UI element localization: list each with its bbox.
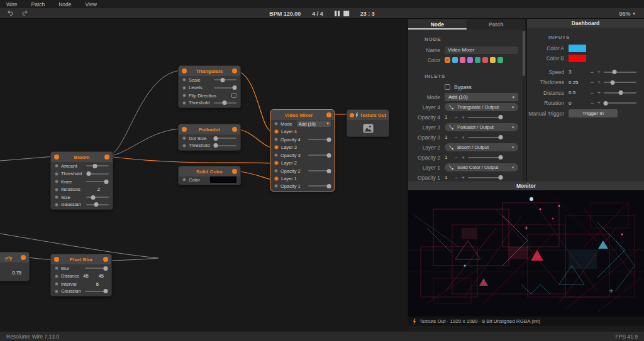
- node-header[interactable]: Texture Out: [347, 110, 389, 120]
- close-icon[interactable]: ×: [511, 145, 514, 150]
- palette-swatch-red[interactable]: [482, 57, 488, 63]
- param-pin[interactable]: [55, 203, 58, 207]
- param-slider[interactable]: [85, 291, 108, 292]
- outlet-port[interactable]: [103, 257, 108, 262]
- opacity-slider[interactable]: [468, 117, 503, 118]
- palette-swatch-pink[interactable]: [460, 57, 465, 63]
- node-video-mixer[interactable]: Video Mixer Mode Add (10) ▾ Layer 4 Opac…: [270, 109, 335, 192]
- node-header[interactable]: Triangulate: [179, 66, 240, 76]
- inlet-port[interactable]: [54, 154, 59, 160]
- decrement-button[interactable]: −: [589, 79, 596, 85]
- param-pin[interactable]: [182, 136, 186, 140]
- speed-slider[interactable]: [604, 72, 636, 73]
- outlet-port[interactable]: [326, 112, 331, 117]
- color-swatch[interactable]: [210, 176, 236, 183]
- param-pin[interactable]: [55, 172, 58, 176]
- decrement-button[interactable]: −: [453, 175, 460, 181]
- param-pin[interactable]: [274, 169, 278, 173]
- thickness-value[interactable]: 0.25: [569, 80, 589, 85]
- close-icon[interactable]: ×: [511, 105, 514, 110]
- increment-button[interactable]: +: [460, 154, 467, 161]
- connection-chip[interactable]: Bloom / Output ×: [445, 143, 518, 151]
- inlet-port[interactable]: [182, 68, 187, 73]
- connection-chip[interactable]: Polkadot / Output ×: [445, 123, 518, 131]
- decrement-button[interactable]: −: [453, 134, 460, 141]
- distance-slider[interactable]: [604, 92, 636, 94]
- opacity-value[interactable]: 1: [445, 134, 453, 140]
- trigger-in-button[interactable]: Trigger In: [569, 109, 618, 117]
- opacity-value[interactable]: 1: [445, 114, 453, 120]
- palette-swatch-teal[interactable]: [475, 57, 480, 63]
- node-texture-out[interactable]: Texture Out: [347, 109, 389, 137]
- opacity-value[interactable]: 1: [445, 154, 453, 160]
- speed-value[interactable]: 3: [569, 69, 589, 75]
- param-pin[interactable]: [55, 195, 58, 199]
- bpm-display[interactable]: BPM 120.00: [269, 11, 301, 17]
- decrement-button[interactable]: −: [589, 100, 596, 106]
- tab-node[interactable]: Node: [408, 19, 467, 30]
- increment-button[interactable]: +: [596, 90, 602, 96]
- param-slider[interactable]: [214, 145, 236, 146]
- opacity-value[interactable]: 1: [445, 175, 453, 180]
- node-polkadot[interactable]: Polkadot Dot Size Threshold: [178, 124, 241, 151]
- rotation-value[interactable]: 0: [569, 100, 589, 106]
- param-slider[interactable]: [308, 154, 331, 156]
- param-value[interactable]: 6: [96, 281, 99, 287]
- connection-chip[interactable]: Solid Color / Output ×: [445, 163, 518, 171]
- node-header[interactable]: Polkadot: [179, 124, 240, 134]
- time-signature[interactable]: 4 / 4: [312, 11, 323, 17]
- color-b-swatch[interactable]: [569, 55, 586, 62]
- tab-patch[interactable]: Patch: [467, 19, 526, 30]
- param-pin[interactable]: [55, 188, 58, 192]
- param-slider[interactable]: [86, 173, 109, 175]
- outlet-port[interactable]: [232, 127, 237, 132]
- menu-patch[interactable]: Patch: [31, 1, 45, 8]
- node-header[interactable]: Pixel Blur: [51, 254, 111, 264]
- decrement-button[interactable]: −: [589, 69, 596, 75]
- param-pin[interactable]: [55, 266, 58, 270]
- param-slider[interactable]: [308, 170, 331, 171]
- layer-inlet-pin[interactable]: [274, 129, 279, 134]
- outlet-port[interactable]: [21, 255, 26, 260]
- outlet-port[interactable]: [104, 154, 109, 160]
- param-pin[interactable]: [55, 164, 58, 168]
- node-name-input[interactable]: Video Mixer: [445, 46, 518, 54]
- decrement-button[interactable]: −: [589, 90, 596, 96]
- param-value[interactable]: 2: [97, 187, 100, 192]
- node-graph-canvas[interactable]: ply 0.75 Pixel Blur Blur Distance: [0, 19, 408, 331]
- outlet-port[interactable]: [232, 68, 237, 73]
- node-header[interactable]: Solid Color: [179, 166, 240, 176]
- param-slider[interactable]: [86, 197, 109, 198]
- rotation-slider[interactable]: [604, 102, 636, 104]
- redo-icon[interactable]: [21, 10, 28, 17]
- param-slider[interactable]: [214, 87, 236, 89]
- palette-swatch-purple[interactable]: [467, 57, 473, 63]
- node-triangulate[interactable]: Triangulate Scale Levels Flip Direction: [178, 65, 241, 108]
- palette-swatch-orange[interactable]: ✓: [445, 57, 450, 63]
- opacity-slider[interactable]: [468, 157, 503, 158]
- stop-button[interactable]: [343, 11, 349, 16]
- param-pin[interactable]: [182, 101, 186, 105]
- node-header[interactable]: Video Mixer: [270, 110, 335, 120]
- menu-wire[interactable]: Wire: [6, 1, 17, 8]
- outlet-port[interactable]: [232, 169, 237, 174]
- param-pin[interactable]: [182, 94, 186, 97]
- param-slider[interactable]: [214, 138, 236, 139]
- zoom-control[interactable]: 96% ▾: [619, 8, 635, 19]
- param-pin[interactable]: [55, 290, 58, 293]
- color-a-swatch[interactable]: [569, 45, 586, 52]
- increment-button[interactable]: +: [596, 69, 602, 75]
- opacity-slider[interactable]: [468, 137, 503, 138]
- inlet-port[interactable]: [182, 127, 187, 132]
- thickness-slider[interactable]: [604, 82, 636, 83]
- menu-view[interactable]: View: [86, 1, 97, 8]
- param-pin[interactable]: [274, 122, 278, 126]
- increment-button[interactable]: +: [460, 114, 467, 121]
- param-slider[interactable]: [308, 139, 331, 140]
- opacity-slider[interactable]: [468, 177, 503, 178]
- param-slider[interactable]: [308, 185, 331, 187]
- param-slider[interactable]: [86, 204, 109, 205]
- param-pin[interactable]: [182, 144, 186, 148]
- param-pin[interactable]: [274, 138, 278, 141]
- param-pin[interactable]: [55, 180, 58, 183]
